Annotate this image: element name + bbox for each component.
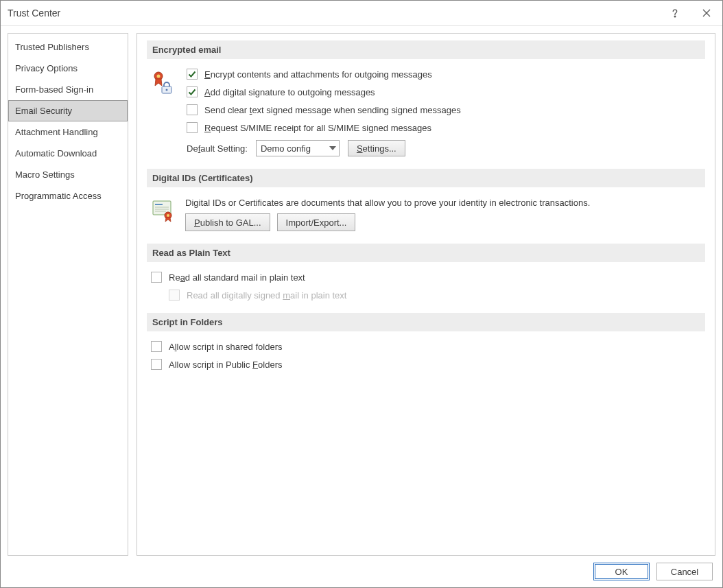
checkbox-icon — [187, 104, 198, 115]
checkbox-request-smime-receipt[interactable]: Request S/MIME receipt for all S/MIME si… — [187, 122, 705, 133]
encrypted-email-block: Encrypt contents and attachments for out… — [147, 69, 705, 156]
default-setting-row: Default Setting: Demo config Settings... — [187, 140, 705, 156]
svg-marker-7 — [329, 146, 336, 150]
checkbox-label: Request S/MIME receipt for all S/MIME si… — [204, 123, 431, 133]
title-bar: Trust Center — [1, 1, 722, 26]
checkbox-icon — [187, 122, 198, 133]
help-button[interactable] — [659, 1, 691, 25]
checkbox-label: Encrypt contents and attachments for out… — [204, 69, 432, 80]
checkbox-label: Read all digitally signed mail in plain … — [187, 290, 346, 301]
checkbox-icon — [169, 290, 180, 301]
sidebar-item-privacy-options[interactable]: Privacy Options — [8, 58, 128, 79]
checkbox-label: Allow script in shared folders — [169, 342, 282, 352]
sidebar-item-macro-settings[interactable]: Macro Settings — [8, 164, 128, 185]
close-icon — [702, 8, 711, 18]
sidebar-item-programmatic-access[interactable]: Programmatic Access — [8, 185, 128, 207]
checkbox-icon — [151, 272, 162, 283]
section-header-script: Script in Folders — [147, 313, 705, 331]
checkbox-label: Add digital signature to outgoing messag… — [204, 87, 375, 97]
trust-center-dialog: Trust Center Trusted Publishers Privacy … — [0, 0, 723, 588]
checkbox-icon — [151, 341, 162, 352]
dialog-footer: OK Cancel — [1, 556, 722, 587]
checkbox-icon — [187, 86, 198, 97]
checkbox-script-shared-folders[interactable]: Allow script in shared folders — [147, 341, 705, 352]
dialog-body: Trusted Publishers Privacy Options Form-… — [1, 26, 722, 556]
combo-value: Demo config — [257, 143, 327, 154]
checkbox-read-signed-plain: Read all digitally signed mail in plain … — [165, 290, 705, 301]
checkbox-label: Send clear text signed message when send… — [204, 105, 461, 115]
checkbox-icon — [187, 69, 198, 80]
help-icon — [670, 8, 680, 18]
digital-ids-description-row: Digital IDs or Certificates are document… — [147, 197, 705, 231]
checkbox-label: Read all standard mail in plain text — [169, 272, 305, 283]
svg-point-4 — [157, 75, 161, 78]
certificate-with-lock-icon — [151, 71, 176, 97]
checkbox-script-public-folders[interactable]: Allow script in Public Folders — [147, 359, 705, 370]
svg-point-0 — [674, 16, 676, 17]
settings-button[interactable]: Settings... — [348, 140, 405, 156]
default-setting-combo[interactable]: Demo config — [256, 140, 340, 156]
section-header-encrypted-email: Encrypted email — [147, 40, 705, 59]
import-export-button[interactable]: Import/Export... — [277, 213, 356, 231]
certificate-document-icon — [151, 198, 176, 223]
ok-button[interactable]: OK — [593, 563, 650, 580]
checkbox-label: Allow script in Public Folders — [169, 360, 282, 370]
checkbox-read-standard-plain[interactable]: Read all standard mail in plain text — [147, 272, 705, 283]
category-sidebar: Trusted Publishers Privacy Options Form-… — [8, 33, 128, 556]
publish-to-gal-button[interactable]: Publish to GAL... — [185, 213, 270, 231]
checkbox-encrypt-contents[interactable]: Encrypt contents and attachments for out… — [187, 69, 705, 80]
section-header-plain-text: Read as Plain Text — [147, 244, 705, 262]
sidebar-item-trusted-publishers[interactable]: Trusted Publishers — [8, 36, 128, 58]
digital-ids-description: Digital IDs or Certificates are document… — [185, 197, 705, 208]
chevron-down-icon — [327, 141, 339, 156]
svg-point-6 — [166, 89, 168, 91]
window-title: Trust Center — [8, 8, 60, 19]
svg-point-14 — [167, 214, 169, 217]
checkbox-send-clear-text[interactable]: Send clear text signed message when send… — [187, 104, 705, 115]
sidebar-item-attachment-handling[interactable]: Attachment Handling — [8, 121, 128, 143]
section-header-digital-ids: Digital IDs (Certificates) — [147, 169, 705, 187]
settings-content: Encrypted email Encrypt contents and att… — [137, 33, 715, 556]
sidebar-item-automatic-download[interactable]: Automatic Download — [8, 143, 128, 164]
sidebar-item-form-based-signin[interactable]: Form-based Sign-in — [8, 79, 128, 100]
close-button[interactable] — [691, 1, 722, 25]
cancel-button[interactable]: Cancel — [656, 563, 713, 580]
checkbox-add-digital-signature[interactable]: Add digital signature to outgoing messag… — [187, 86, 705, 97]
default-setting-label: Default Setting: — [187, 143, 248, 154]
checkbox-icon — [151, 359, 162, 370]
sidebar-item-email-security[interactable]: Email Security — [8, 100, 128, 121]
